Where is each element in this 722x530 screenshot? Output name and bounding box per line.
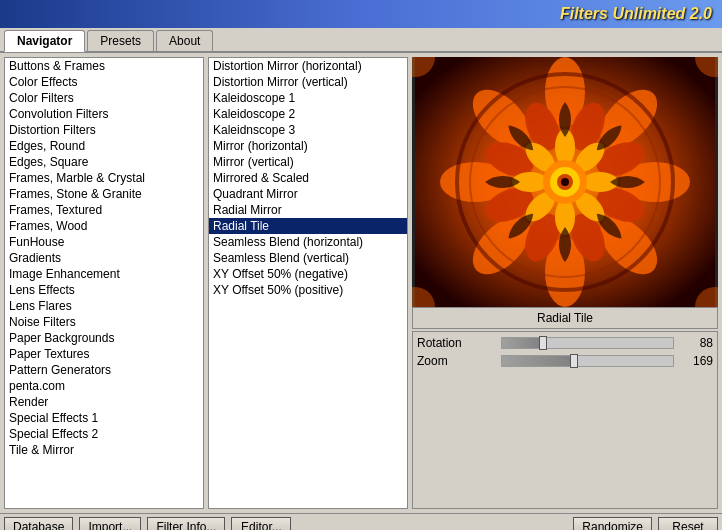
- import-button[interactable]: Import...: [79, 517, 141, 531]
- category-item[interactable]: Frames, Wood: [5, 218, 203, 234]
- category-item[interactable]: Special Effects 1: [5, 410, 203, 426]
- zoom-slider[interactable]: [501, 355, 674, 367]
- bottom-toolbar: Database Import... Filter Info... Editor…: [0, 513, 722, 530]
- editor-button[interactable]: Editor...: [231, 517, 291, 531]
- randomize-button[interactable]: Randomize: [573, 517, 652, 531]
- filter-item[interactable]: Distortion Mirror (vertical): [209, 74, 407, 90]
- category-item[interactable]: Special Effects 2: [5, 426, 203, 442]
- reset-button[interactable]: Reset: [658, 517, 718, 531]
- category-item[interactable]: Lens Effects: [5, 282, 203, 298]
- filter-item[interactable]: Mirror (vertical): [209, 154, 407, 170]
- category-item[interactable]: Distortion Filters: [5, 122, 203, 138]
- rotation-value: 88: [678, 336, 713, 350]
- filter-item[interactable]: Kaleidnscope 3: [209, 122, 407, 138]
- rotation-control: Rotation 88: [417, 336, 713, 350]
- category-item[interactable]: Noise Filters: [5, 314, 203, 330]
- filter-item[interactable]: Seamless Blend (horizontal): [209, 234, 407, 250]
- filter-item[interactable]: Radial Mirror: [209, 202, 407, 218]
- filter-item[interactable]: XY Offset 50% (positive): [209, 282, 407, 298]
- category-item[interactable]: Pattern Generators: [5, 362, 203, 378]
- category-item[interactable]: Lens Flares: [5, 298, 203, 314]
- category-item[interactable]: Frames, Marble & Crystal: [5, 170, 203, 186]
- tab-presets[interactable]: Presets: [87, 30, 154, 51]
- category-item[interactable]: Edges, Round: [5, 138, 203, 154]
- title-bar: Filters Unlimited 2.0: [0, 0, 722, 28]
- category-item[interactable]: Frames, Stone & Granite: [5, 186, 203, 202]
- preview-label: Radial Tile: [412, 307, 718, 329]
- zoom-control: Zoom 169: [417, 354, 713, 368]
- svg-point-28: [561, 178, 569, 186]
- filter-item[interactable]: Mirrored & Scaled: [209, 170, 407, 186]
- rotation-slider[interactable]: [501, 337, 674, 349]
- filter-item[interactable]: Quadrant Mirror: [209, 186, 407, 202]
- filter-item[interactable]: Kaleidoscope 1: [209, 90, 407, 106]
- category-item[interactable]: Paper Backgrounds: [5, 330, 203, 346]
- category-list[interactable]: Buttons & FramesColor EffectsColor Filte…: [5, 58, 203, 508]
- category-item[interactable]: Tile & Mirror: [5, 442, 203, 458]
- category-item[interactable]: Image Enhancement: [5, 266, 203, 282]
- filter-item[interactable]: Seamless Blend (vertical): [209, 250, 407, 266]
- category-item[interactable]: Buttons & Frames: [5, 58, 203, 74]
- category-item[interactable]: Frames, Textured: [5, 202, 203, 218]
- filter-info-button[interactable]: Filter Info...: [147, 517, 225, 531]
- category-item[interactable]: Gradients: [5, 250, 203, 266]
- filter-item[interactable]: Distortion Mirror (horizontal): [209, 58, 407, 74]
- category-item[interactable]: Color Effects: [5, 74, 203, 90]
- filter-item[interactable]: XY Offset 50% (negative): [209, 266, 407, 282]
- tab-bar: Navigator Presets About: [0, 28, 722, 53]
- right-panel: Radial Tile Rotation 88 Zoom: [412, 57, 718, 509]
- category-item[interactable]: Convolution Filters: [5, 106, 203, 122]
- tab-about[interactable]: About: [156, 30, 213, 51]
- controls-area: Rotation 88 Zoom 169: [412, 331, 718, 509]
- main-content: Buttons & FramesColor EffectsColor Filte…: [0, 53, 722, 513]
- database-button[interactable]: Database: [4, 517, 73, 531]
- filter-item[interactable]: Kaleidoscope 2: [209, 106, 407, 122]
- category-item[interactable]: Render: [5, 394, 203, 410]
- category-item[interactable]: penta.com: [5, 378, 203, 394]
- filter-panel: Distortion Mirror (horizontal)Distortion…: [208, 57, 408, 509]
- preview-svg: [412, 57, 718, 307]
- category-item[interactable]: Paper Textures: [5, 346, 203, 362]
- tab-navigator[interactable]: Navigator: [4, 30, 85, 52]
- rotation-label: Rotation: [417, 336, 497, 350]
- category-panel: Buttons & FramesColor EffectsColor Filte…: [4, 57, 204, 509]
- filter-item[interactable]: Radial Tile: [209, 218, 407, 234]
- category-item[interactable]: Edges, Square: [5, 154, 203, 170]
- filter-list[interactable]: Distortion Mirror (horizontal)Distortion…: [209, 58, 407, 508]
- zoom-label: Zoom: [417, 354, 497, 368]
- zoom-value: 169: [678, 354, 713, 368]
- category-item[interactable]: Color Filters: [5, 90, 203, 106]
- preview-area: [412, 57, 718, 307]
- filter-item[interactable]: Mirror (horizontal): [209, 138, 407, 154]
- category-item[interactable]: FunHouse: [5, 234, 203, 250]
- app-title: Filters Unlimited 2.0: [560, 5, 712, 23]
